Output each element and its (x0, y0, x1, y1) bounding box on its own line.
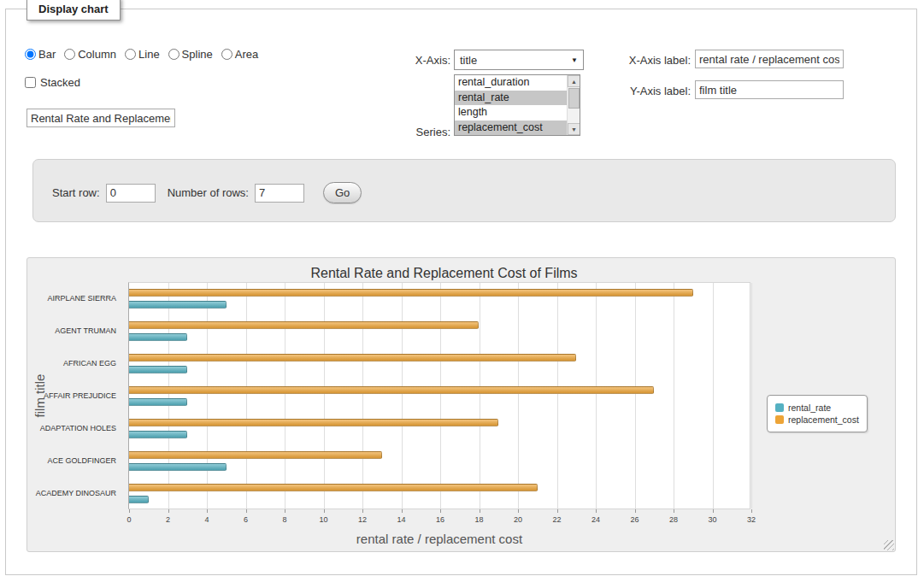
x-tick-mark (674, 509, 674, 513)
x-tick-mark (362, 509, 363, 513)
gridline (324, 283, 325, 509)
x-axis-selected-value: title (460, 54, 477, 67)
y-axis-label-input[interactable] (695, 80, 844, 99)
x-tick-label: 20 (514, 515, 522, 524)
chart-legend: rental_ratereplacement_cost (767, 395, 868, 432)
series-listbox[interactable]: rental_durationrental_ratelengthreplacem… (454, 74, 580, 136)
radio-bar[interactable]: Bar (25, 48, 56, 61)
y-category-label: AIRPLANE SIERRA (27, 294, 123, 303)
radio-column[interactable]: Column (64, 48, 116, 61)
gridline (246, 283, 247, 509)
x-tick-mark (402, 509, 403, 513)
gridline (168, 283, 169, 509)
radio-line-label: Line (138, 48, 160, 61)
x-tick-mark (246, 509, 247, 513)
bar-replacement_cost (129, 386, 654, 394)
series-option-rental_duration[interactable]: rental_duration (455, 75, 567, 91)
radio-spline[interactable]: Spline (168, 48, 213, 61)
y-category-label: AFFAIR PREJUDICE (27, 391, 123, 400)
series-listbox-options: rental_durationrental_ratelengthreplacem… (455, 75, 567, 135)
x-tick-mark (324, 509, 325, 513)
legend-item-replacement_cost[interactable]: replacement_cost (775, 414, 859, 425)
legend-swatch (775, 415, 784, 424)
x-tick-mark (751, 509, 752, 513)
series-option-length[interactable]: length (455, 105, 567, 121)
chart-title: Rental Rate and Replacement Cost of Film… (27, 266, 861, 281)
gridline (557, 283, 558, 509)
gridline (285, 283, 285, 509)
y-category-label: ACADEMY DINOSAUR (27, 489, 123, 497)
gridline (751, 283, 752, 509)
x-tick-mark (207, 509, 208, 513)
series-option-replacement_cost[interactable]: replacement_cost (455, 121, 567, 136)
chart-category-labels: AIRPLANE SIERRAAGENT TRUMANAFRICAN EGGAF… (27, 282, 123, 509)
x-tick-mark (480, 509, 480, 513)
number-of-rows-input[interactable] (255, 184, 304, 203)
y-category-label: ADAPTATION HOLES (27, 424, 123, 432)
radio-area-label: Area (235, 48, 258, 61)
x-tick-label: 22 (552, 515, 561, 524)
start-row-label: Start row: (52, 186, 100, 199)
x-tick-mark (129, 509, 130, 513)
radio-area[interactable]: Area (221, 48, 258, 61)
bar-replacement_cost (129, 419, 498, 426)
bar-replacement_cost (129, 484, 538, 491)
scroll-down-icon[interactable]: ▼ (568, 123, 580, 135)
x-tick-label: 4 (204, 515, 209, 524)
x-tick-label: 28 (669, 515, 678, 524)
stacked-checkbox-input[interactable] (25, 77, 36, 88)
x-tick-label: 0 (127, 515, 131, 524)
x-tick-label: 2 (166, 515, 170, 524)
display-chart-legend: Display chart (26, 0, 121, 21)
resize-handle-icon[interactable] (884, 540, 894, 550)
radio-column-input[interactable] (64, 49, 75, 60)
legend-item-rental_rate[interactable]: rental_rate (775, 403, 859, 413)
x-tick-mark (635, 509, 636, 513)
x-tick-label: 14 (397, 515, 405, 524)
radio-spline-label: Spline (182, 48, 213, 61)
y-axis-label-label: Y-Axis label: (558, 85, 691, 97)
start-row-input[interactable] (106, 184, 156, 203)
gridline (713, 283, 714, 509)
x-tick-label: 18 (474, 515, 483, 524)
series-option-rental_rate[interactable]: rental_rate (455, 91, 567, 106)
page: Display chart Bar Column Line Spline Are… (0, 0, 924, 582)
bar-replacement_cost (129, 321, 479, 329)
x-tick-label: 6 (244, 515, 248, 524)
gridline (440, 283, 441, 509)
number-of-rows-label: Number of rows: (168, 186, 249, 199)
radio-bar-input[interactable] (25, 49, 36, 60)
x-axis-label-label: X-Axis label: (558, 54, 691, 67)
x-tick-mark (596, 509, 597, 513)
bar-rental_rate (129, 301, 227, 309)
bar-replacement_cost (129, 289, 693, 297)
gridline (402, 283, 403, 509)
legend-swatch (775, 403, 784, 412)
gridline (518, 283, 519, 509)
row-controls-panel: Start row: Number of rows: Go (32, 159, 896, 222)
stacked-checkbox[interactable]: Stacked (25, 76, 80, 89)
bar-rental_rate (129, 333, 187, 341)
x-tick-label: 30 (708, 515, 716, 524)
go-button[interactable]: Go (323, 182, 362, 203)
bar-replacement_cost (129, 354, 576, 362)
x-tick-mark (285, 509, 285, 513)
radio-area-input[interactable] (221, 49, 232, 60)
stacked-label: Stacked (40, 76, 80, 89)
y-category-label: ACE GOLDFINGER (27, 456, 123, 465)
y-category-label: AFRICAN EGG (27, 359, 123, 367)
radio-line-input[interactable] (125, 49, 136, 60)
chart-panel: Rental Rate and Replacement Cost of Film… (26, 257, 896, 552)
bar-rental_rate (129, 398, 187, 406)
gridline (674, 283, 674, 509)
legend-label: replacement_cost (788, 414, 859, 425)
x-axis-label-input[interactable] (695, 50, 844, 68)
gridline (480, 283, 480, 509)
series-label: Series: (374, 126, 450, 138)
chart-title-input[interactable] (26, 109, 175, 127)
radio-spline-input[interactable] (168, 49, 180, 60)
x-tick-label: 8 (282, 515, 286, 524)
bar-rental_rate (129, 366, 187, 373)
radio-line[interactable]: Line (125, 48, 160, 61)
x-tick-label: 26 (630, 515, 639, 524)
